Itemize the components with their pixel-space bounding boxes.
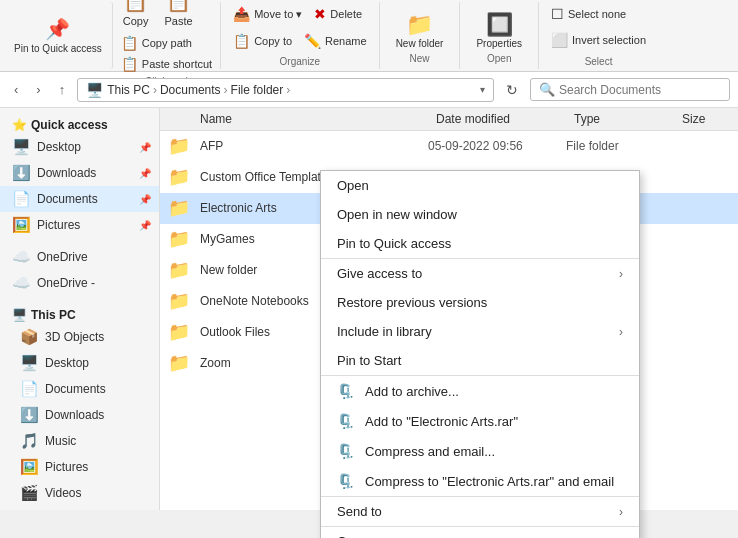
invert-selection-label: Invert selection — [572, 34, 646, 46]
sidebar-item-music[interactable]: 🎵 Music — [0, 428, 159, 454]
move-to-label: Move to ▾ — [254, 8, 302, 21]
toolbar: 📌 Pin to Quick access 📋 Copy 📋 Paste 📋 C… — [0, 0, 738, 72]
properties-button[interactable]: 🔲 Properties — [470, 8, 528, 53]
copy-icon: 📋 — [123, 0, 148, 13]
new-folder-label: New folder — [396, 38, 444, 49]
ctx-cut[interactable]: Copy — [321, 527, 639, 538]
breadcrumb-file-folder: File folder — [231, 83, 284, 97]
copy-path-button[interactable]: 📋 Copy path — [117, 33, 216, 53]
ctx-add-rar[interactable]: 🗜️ Add to "Electronic Arts.rar" — [321, 406, 639, 436]
breadcrumb-chevron: ▾ — [480, 84, 485, 95]
sidebar-music-label: Music — [45, 434, 76, 448]
folder-icon-custom: 📁 — [168, 166, 192, 188]
rename-button[interactable]: ✏️ Rename — [300, 31, 371, 51]
col-header-date[interactable]: Date modified — [436, 112, 566, 126]
invert-selection-button[interactable]: ⬜ Invert selection — [547, 30, 650, 50]
sidebar-videos-label: Videos — [45, 486, 81, 500]
pin-quick-access-button[interactable]: 📌 Pin to Quick access — [4, 2, 113, 69]
sidebar-pictures-label: Pictures — [37, 218, 80, 232]
ctx-include-arrow: › — [619, 325, 623, 339]
organize-label: Organize — [229, 56, 371, 67]
ctx-pin-start[interactable]: Pin to Start — [321, 346, 639, 375]
file-date-afp: 05-09-2022 09:56 — [428, 139, 558, 153]
sidebar-documents2-label: Documents — [45, 382, 106, 396]
this-pc-label: This PC — [31, 308, 76, 322]
documents2-icon: 📄 — [20, 380, 39, 398]
move-to-button[interactable]: 📤 Move to ▾ — [229, 4, 306, 24]
sidebar-item-desktop2[interactable]: 🖥️ Desktop — [0, 350, 159, 376]
pin-small-icon: 📌 — [139, 142, 151, 153]
forward-button[interactable]: › — [30, 79, 46, 100]
invert-selection-icon: ⬜ — [551, 32, 568, 48]
breadcrumb[interactable]: 🖥️ This PC › Documents › File folder › ▾ — [77, 78, 494, 102]
paste-shortcut-icon: 📋 — [121, 56, 138, 72]
sidebar-item-downloads2[interactable]: ⬇️ Downloads — [0, 402, 159, 428]
delete-button[interactable]: ✖ Delete — [310, 4, 366, 24]
folder-icon-ea: 📁 — [168, 197, 192, 219]
quick-access-icon: ⭐ — [12, 118, 27, 132]
sidebar-item-documents2[interactable]: 📄 Documents — [0, 376, 159, 402]
pictures2-icon: 🖼️ — [20, 458, 39, 476]
sidebar-item-pictures[interactable]: 🖼️ Pictures 📌 — [0, 212, 159, 238]
sidebar-item-onedrive[interactable]: ☁️ OneDrive — [0, 244, 159, 270]
ctx-open-new-window[interactable]: Open in new window — [321, 200, 639, 229]
pin-label: Pin to Quick access — [14, 43, 102, 55]
onedrive-icon: ☁️ — [12, 248, 31, 266]
search-input[interactable] — [559, 83, 721, 97]
breadcrumb-pc-icon: 🖥️ — [86, 82, 103, 98]
copy-to-button[interactable]: 📋 Copy to — [229, 31, 296, 51]
ctx-compress-email[interactable]: 🗜️ Compress and email... — [321, 436, 639, 466]
sidebar-downloads2-label: Downloads — [45, 408, 104, 422]
new-folder-icon: 📁 — [406, 12, 433, 38]
sidebar-item-onedrive2[interactable]: ☁️ OneDrive - — [0, 270, 159, 296]
ctx-give-access[interactable]: Give access to › — [321, 259, 639, 288]
copy-path-label: Copy path — [142, 37, 192, 49]
ctx-compress-rar-email[interactable]: 🗜️ Compress to "Electronic Arts.rar" and… — [321, 466, 639, 496]
search-bar[interactable]: 🔍 — [530, 78, 730, 101]
this-pc-header[interactable]: 🖥️ This PC — [0, 302, 159, 324]
select-none-button[interactable]: ☐ Select none — [547, 4, 650, 24]
sidebar-item-desktop[interactable]: 🖥️ Desktop 📌 — [0, 134, 159, 160]
ctx-rar-icon: 🗜️ — [337, 413, 357, 429]
folder-icon-zm: 📁 — [168, 352, 192, 374]
file-row-afp[interactable]: 📁 AFP 05-09-2022 09:56 File folder — [160, 131, 738, 162]
delete-icon: ✖ — [314, 6, 326, 22]
ctx-cut-label: Copy — [337, 534, 367, 538]
sidebar-item-local-disk[interactable]: 💾 Local Disk (C:) — [0, 506, 159, 510]
col-header-size[interactable]: Size — [682, 112, 730, 126]
back-button[interactable]: ‹ — [8, 79, 24, 100]
sidebar-item-pictures2[interactable]: 🖼️ Pictures — [0, 454, 159, 480]
sidebar-item-videos[interactable]: 🎬 Videos — [0, 480, 159, 506]
address-bar: ‹ › ↑ 🖥️ This PC › Documents › File fold… — [0, 72, 738, 108]
ctx-pin-start-label: Pin to Start — [337, 353, 401, 368]
refresh-button[interactable]: ↻ — [500, 79, 524, 101]
videos-icon: 🎬 — [20, 484, 39, 502]
select-none-icon: ☐ — [551, 6, 564, 22]
ctx-pin-label: Pin to Quick access — [337, 236, 451, 251]
ctx-open-new-label: Open in new window — [337, 207, 457, 222]
sidebar-item-3d-objects[interactable]: 📦 3D Objects — [0, 324, 159, 350]
quick-access-header[interactable]: ⭐ Quick access — [0, 112, 159, 134]
col-header-name[interactable]: Name — [200, 112, 428, 126]
ctx-add-archive-label: Add to archive... — [365, 384, 459, 399]
new-folder-button[interactable]: 📁 New folder — [390, 8, 450, 53]
up-button[interactable]: ↑ — [53, 79, 72, 100]
ctx-give-access-arrow: › — [619, 267, 623, 281]
sidebar-item-downloads[interactable]: ⬇️ Downloads 📌 — [0, 160, 159, 186]
ctx-compress-icon: 🗜️ — [337, 443, 357, 459]
copy-path-icon: 📋 — [121, 35, 138, 51]
copy-button[interactable]: 📋 Copy — [117, 0, 155, 31]
ctx-add-archive[interactable]: 🗜️ Add to archive... — [321, 376, 639, 406]
ctx-open[interactable]: Open — [321, 171, 639, 200]
ctx-pin-quick-access[interactable]: Pin to Quick access — [321, 229, 639, 258]
sidebar-onedrive-label: OneDrive — [37, 250, 88, 264]
paste-shortcut-button[interactable]: 📋 Paste shortcut — [117, 54, 216, 74]
sidebar-item-documents[interactable]: 📄 Documents 📌 — [0, 186, 159, 212]
ctx-restore-versions[interactable]: Restore previous versions — [321, 288, 639, 317]
paste-button[interactable]: 📋 Paste — [159, 0, 199, 31]
documents-icon: 📄 — [12, 190, 31, 208]
col-header-type[interactable]: Type — [574, 112, 674, 126]
ctx-include-library[interactable]: Include in library › — [321, 317, 639, 346]
ctx-send-to[interactable]: Send to › — [321, 497, 639, 526]
ctx-compress-rar-label: Compress to "Electronic Arts.rar" and em… — [365, 474, 614, 489]
